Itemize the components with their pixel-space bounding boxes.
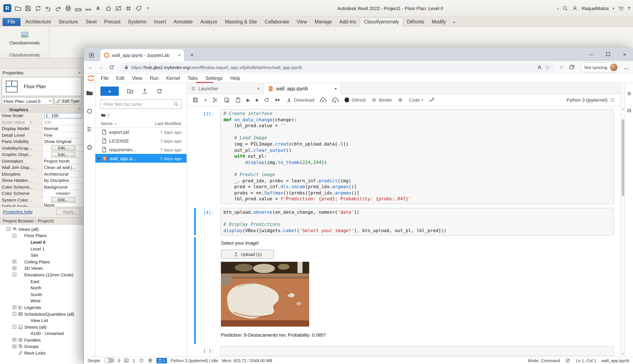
- type-selector[interactable]: Floor Plan: [2, 77, 82, 96]
- download-button[interactable]: Download: [286, 97, 314, 103]
- undo-icon[interactable]: [44, 4, 52, 12]
- maximize-button[interactable]: [599, 47, 616, 61]
- upload-files-icon[interactable]: [141, 88, 148, 94]
- cursor-position[interactable]: Ln 1, Col 1: [576, 358, 596, 363]
- ribbon-tab-diroots[interactable]: DiRoots: [403, 18, 428, 26]
- username[interactable]: RaquelMatos: [582, 6, 609, 11]
- edit-button[interactable]: Edit...: [51, 145, 75, 150]
- edit-button[interactable]: Edit...: [51, 197, 75, 202]
- edit-type-button[interactable]: Edit Type: [54, 97, 82, 105]
- cut-cell-icon[interactable]: [213, 97, 218, 103]
- tree-item[interactable]: -Views (all): [0, 226, 83, 232]
- ribbon-tab-analyze[interactable]: Analyze: [196, 18, 221, 26]
- ribbon-tab-systems[interactable]: Systems: [124, 18, 150, 26]
- cloud-download-icon[interactable]: [332, 96, 338, 103]
- file-row[interactable]: export.pkl 7 days ago: [95, 128, 187, 136]
- restart-run-all-icon[interactable]: [275, 97, 281, 103]
- paste-cell-icon[interactable]: [235, 97, 241, 103]
- minimize-button[interactable]: —: [583, 47, 599, 61]
- redo-icon[interactable]: [54, 4, 62, 12]
- read-aloud-icon[interactable]: A: [538, 64, 541, 70]
- graphics-group-header[interactable]: Graphics ^: [0, 106, 83, 112]
- column-last-modified[interactable]: Last Modified: [155, 121, 181, 126]
- tree-item[interactable]: North: [0, 284, 83, 291]
- tree-item[interactable]: +3D Views: [0, 265, 83, 272]
- upload-button[interactable]: Upload (1): [221, 250, 274, 259]
- extensions-icon[interactable]: [86, 144, 93, 150]
- menu-help[interactable]: Help: [227, 76, 244, 81]
- property-row[interactable]: Show Hidden ...By Discipline: [0, 177, 83, 184]
- terminals-count[interactable]: 0: [118, 358, 120, 363]
- ribbon-tab-classifyanomaly[interactable]: Classifyanomaly: [360, 18, 403, 26]
- ribbon-tab-modify[interactable]: Modify: [428, 18, 449, 26]
- github-button[interactable]: GitHub: [344, 97, 366, 103]
- scroll-down-icon[interactable]: ▼: [621, 352, 625, 355]
- refresh-file-list-icon[interactable]: [156, 88, 163, 94]
- properties-help-link[interactable]: Properties help: [3, 209, 33, 214]
- tree-expander[interactable]: +: [13, 266, 16, 270]
- ribbon-tab-view[interactable]: View: [293, 18, 311, 26]
- user-caret-icon[interactable]: ▾: [613, 6, 614, 10]
- profile-button[interactable]: Not syncing: [580, 62, 619, 72]
- section-icon[interactable]: [115, 4, 122, 12]
- property-row[interactable]: OrientationProject North: [0, 158, 83, 164]
- file-browser-tab-icon[interactable]: [86, 89, 93, 96]
- search-icon[interactable]: [562, 6, 568, 11]
- menu-run[interactable]: Run: [146, 76, 162, 81]
- close-button[interactable]: ×: [616, 47, 633, 61]
- tree-expander[interactable]: +: [13, 306, 16, 309]
- file-row-selected[interactable]: ● wall_app.ip... 7 days ago: [95, 154, 187, 163]
- tab-close-icon[interactable]: ×: [178, 53, 181, 58]
- revit-logo[interactable]: R: [3, 4, 11, 12]
- open-file-icon[interactable]: [14, 4, 21, 12]
- property-row[interactable]: Color Scheme<none>: [0, 190, 83, 197]
- ribbon-tab-architecture[interactable]: Architecture: [22, 18, 55, 26]
- tree-item[interactable]: South: [0, 291, 83, 298]
- browser-menu-icon[interactable]: …: [624, 64, 629, 70]
- tab-close-icon[interactable]: ×: [257, 86, 260, 91]
- property-row[interactable]: System Color ...Edit...: [0, 197, 83, 203]
- property-row[interactable]: View Scale1 : 100: [0, 112, 83, 119]
- cell-type-dropdown[interactable]: Code▾: [409, 98, 423, 102]
- output-collapser[interactable]: [194, 237, 196, 344]
- infocenter-collapse-icon[interactable]: ‹: [557, 6, 559, 11]
- kernel-name[interactable]: Python 3 (ipykernel): [566, 98, 607, 102]
- tree-item[interactable]: Revit Links: [0, 350, 83, 356]
- file-filter-box[interactable]: [100, 100, 182, 109]
- tree-item[interactable]: -Floor Plans: [0, 232, 83, 239]
- type-dropdown[interactable]: Floor Plan: Level 0 ▾: [2, 97, 53, 105]
- sync-icon[interactable]: [34, 4, 42, 12]
- new-folder-icon[interactable]: [127, 88, 134, 94]
- ribbon-tab-file[interactable]: File: [3, 18, 20, 26]
- add-cell-icon[interactable]: +: [204, 96, 207, 103]
- tree-item[interactable]: +Families: [0, 336, 83, 343]
- edit-button[interactable]: Edit...: [51, 152, 75, 157]
- kernels-count[interactable]: 1: [133, 358, 135, 363]
- tree-item[interactable]: A100 - Unnamed: [0, 330, 83, 336]
- thin-lines-icon[interactable]: [125, 4, 132, 12]
- tree-expander[interactable]: +: [13, 260, 16, 264]
- ribbon-tab-manage[interactable]: Manage: [311, 18, 336, 26]
- cloud-upload-icon[interactable]: [320, 96, 326, 103]
- gear-icon[interactable]: [398, 97, 403, 103]
- ribbon-overflow-caret[interactable]: ▾: [449, 19, 459, 26]
- classifyanomaly-button[interactable]: Classifyanomaly: [4, 28, 46, 52]
- tree-item[interactable]: West: [0, 298, 83, 304]
- menu-edit[interactable]: Edit: [112, 76, 128, 81]
- empty-code-cell[interactable]: [221, 346, 614, 356]
- menu-tabs[interactable]: Tabs: [184, 76, 202, 81]
- notebook-scrollbar[interactable]: ▲ ▼: [620, 83, 625, 356]
- menu-view[interactable]: View: [128, 76, 146, 81]
- new-launcher-button[interactable]: +: [100, 86, 119, 96]
- text-icon[interactable]: A: [95, 4, 102, 12]
- tree-item[interactable]: Level 1: [0, 246, 83, 252]
- property-row[interactable]: Color Scheme...Background: [0, 184, 83, 190]
- tree-expander[interactable]: -: [13, 273, 16, 276]
- tree-expander[interactable]: +: [13, 344, 16, 348]
- column-name[interactable]: Name: [101, 121, 113, 126]
- ribbon-tab-add-ins[interactable]: Add-Ins: [336, 18, 360, 26]
- file-filter-input[interactable]: [103, 102, 174, 107]
- ribbon-tab-insert[interactable]: Insert: [150, 18, 170, 26]
- ribbon-tab-annotate[interactable]: Annotate: [170, 18, 196, 26]
- breadcrumb[interactable]: /: [95, 111, 187, 119]
